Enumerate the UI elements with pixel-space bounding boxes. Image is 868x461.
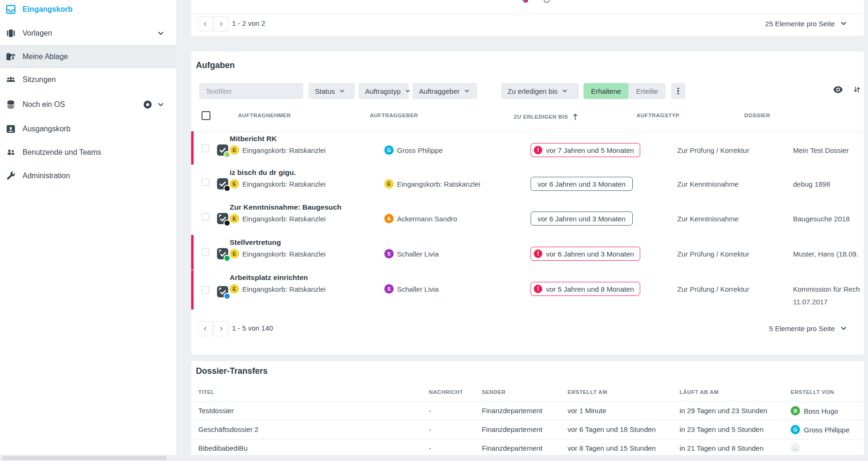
due-date-badge: !vor 6 Jahren und 3 Monaten	[531, 247, 640, 261]
transfer-created: vor 6 Tagen und 18 Stunden	[568, 425, 656, 433]
column-header-erstellt-von[interactable]: ERSTELLT VON	[791, 389, 834, 395]
transfer-row[interactable]: Geschäftsdossier 2 - Finanzdepartement v…	[191, 420, 864, 439]
sidebar-item-vorlagen[interactable]: Vorlagen	[0, 22, 176, 45]
row-checkbox[interactable]	[202, 213, 210, 221]
column-header-titel[interactable]: TITEL	[198, 389, 214, 395]
sidebar-item-label: Benutzende und Teams	[22, 148, 101, 157]
private-folder-icon	[5, 51, 17, 63]
row-checkbox[interactable]	[202, 248, 210, 256]
sidebar-item-ausgangskorb[interactable]: Ausgangskorb	[0, 118, 176, 140]
sidebar-item-sitzungen[interactable]: Sitzungen	[0, 68, 176, 91]
sidebar-item-label: Sitzungen	[22, 76, 56, 84]
tasks-title: Aufgaben	[196, 60, 235, 70]
row-checkbox[interactable]	[202, 144, 210, 152]
transfer-message: -	[429, 444, 431, 452]
next-page-button[interactable]	[214, 16, 229, 31]
overdue-exclamation-icon: !	[534, 146, 542, 154]
auftragstyp-filter-dropdown[interactable]: Auftragstyp	[359, 83, 409, 99]
next-page-button[interactable]	[214, 321, 229, 336]
avatar: S	[384, 249, 394, 258]
task-title: Stellvertretung	[230, 238, 281, 247]
toggle-erhaltene[interactable]: Erhaltene	[584, 83, 629, 99]
avatar: E	[230, 179, 239, 189]
sidebar-item-noch-ein-os[interactable]: Noch ein OS	[0, 93, 176, 116]
repository-icon	[5, 98, 17, 111]
transfer-created: vor 1 Minute	[568, 407, 606, 415]
row-checkbox[interactable]	[202, 286, 210, 294]
task-dossier: Baugesuche 2018	[793, 215, 850, 223]
task-dossier: Muster, Hans (18.09.	[793, 250, 858, 258]
task-type: Zur Prüfung / Korrektur	[677, 250, 749, 258]
chevron-down-icon	[404, 88, 411, 94]
column-visibility-eye-icon[interactable]	[833, 85, 843, 94]
status-filter-dropdown[interactable]: Status	[308, 83, 355, 99]
transfer-title: Testdossier	[198, 407, 234, 415]
avatar: S	[384, 284, 394, 294]
received-issued-toggle: Erhaltene Erteilte	[584, 83, 666, 99]
column-header-laeuft-ab-am[interactable]: LÄUFT AB AM	[680, 389, 718, 395]
task-title: Arbeitsplatz einrichten	[230, 273, 308, 282]
task-title: Mitbericht RK	[230, 135, 277, 143]
horizontal-scrollbar-thumb[interactable]	[2, 456, 167, 460]
sort-order-icon[interactable]	[853, 85, 861, 94]
sidebar-item-meine-ablage[interactable]: Meine Ablage	[0, 45, 176, 68]
transfer-creator: Gross Philippe	[804, 426, 850, 434]
column-header-auftraggeber[interactable]: AUFTRAGGEBER	[370, 113, 418, 118]
avatar: A	[384, 214, 394, 223]
chevron-down-icon[interactable]	[157, 29, 165, 38]
favorite-star-icon[interactable]	[142, 99, 153, 110]
per-page-select[interactable]: 25 Elemente pro Seite	[765, 16, 848, 30]
task-row[interactable]: Arbeitsplatz einrichten EEingangskorb: R…	[191, 270, 864, 310]
task-assignee: Eingangskorb: Ratskanzlei	[242, 285, 326, 293]
due-date-filter-dropdown[interactable]: Zu erledigen bis	[501, 83, 579, 99]
templates-icon	[5, 27, 17, 39]
clipped-icon-fragment	[523, 0, 528, 3]
task-row[interactable]: Stellvertretung EEingangskorb: Ratskanzl…	[191, 235, 864, 270]
pagination-range: 1 - 2 von 2	[232, 16, 265, 30]
sidebar-item-administration[interactable]: Administration	[0, 165, 176, 187]
outbox-icon	[5, 123, 17, 135]
column-header-auftragstyp[interactable]: AUFTRAGSTYP	[636, 113, 680, 118]
overdue-exclamation-icon: !	[534, 249, 542, 258]
chevron-down-icon	[464, 88, 470, 94]
column-header-sender[interactable]: SENDER	[482, 389, 506, 395]
task-check-icon	[217, 178, 229, 190]
avatar: E	[384, 179, 394, 189]
task-type: Zur Kenntnisnahme	[677, 180, 739, 188]
clipped-icon-fragment	[544, 0, 550, 3]
more-options-button[interactable]	[671, 83, 685, 99]
per-page-select[interactable]: 5 Elemente pro Seite	[769, 321, 848, 335]
column-header-dossier[interactable]: DOSSIER	[744, 113, 770, 118]
sidebar-item-benutzende-und-teams[interactable]: Benutzende und Teams	[0, 141, 176, 164]
dossier-transfers-card: Dossier-Transfers TITEL NACHRICHT SENDER…	[191, 361, 864, 461]
avatar: G	[791, 425, 800, 434]
prev-page-button[interactable]	[198, 16, 213, 31]
column-header-zu-erledigen-bis[interactable]: ZU ERLEDIGEN BIS	[514, 113, 579, 121]
task-row[interactable]: iz bisch du dr gigu. EEingangskorb: Rats…	[191, 165, 864, 200]
task-row[interactable]: Zur Kenntnisnahme: Baugesuch EEingangsko…	[191, 200, 864, 235]
sidebar-item-label: Ausgangskorb	[22, 125, 70, 133]
row-checkbox[interactable]	[202, 178, 210, 186]
text-filter-input[interactable]	[199, 83, 303, 99]
column-header-nachricht[interactable]: NACHRICHT	[429, 389, 463, 395]
transfer-message: -	[429, 425, 431, 433]
column-header-erstellt-am[interactable]: ERSTELLT AM	[568, 389, 607, 395]
task-issuer: Schaller Livia	[397, 250, 439, 258]
auftraggeber-filter-dropdown[interactable]: Auftraggeber	[412, 83, 477, 99]
task-assignee: Eingangskorb: Ratskanzlei	[242, 250, 326, 258]
transfers-title: Dossier-Transfers	[196, 366, 268, 376]
toggle-erteilte[interactable]: Erteilte	[629, 83, 666, 99]
transfer-row[interactable]: Testdossier - Finanzdepartement vor 1 Mi…	[191, 401, 864, 420]
chevron-down-icon	[339, 88, 345, 94]
sidebar-item-eingangskorb[interactable]: Eingangskorb	[0, 0, 176, 21]
select-all-checkbox[interactable]	[202, 111, 210, 120]
due-date-badge: vor 6 Jahren und 3 Monaten	[531, 177, 633, 191]
prev-page-button[interactable]	[198, 321, 213, 336]
transfer-expires: in 29 Tagen und 23 Stunden	[680, 407, 767, 415]
task-row[interactable]: Mitbericht RK EEingangskorb: Ratskanzlei…	[191, 131, 864, 165]
avatar: E	[230, 145, 239, 155]
transfer-creator: Boss Hugo	[804, 407, 838, 415]
column-header-auftragnehmer[interactable]: AUFTRAGNEHMER	[238, 113, 291, 118]
sidebar-item-label: Meine Ablage	[22, 53, 68, 61]
chevron-down-icon[interactable]	[157, 100, 165, 109]
